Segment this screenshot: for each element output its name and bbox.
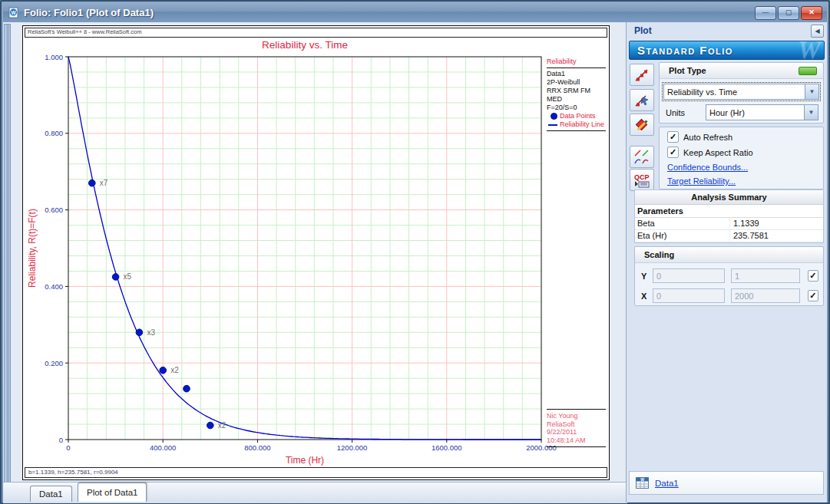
y-tick-label: 0 (59, 436, 63, 444)
x-tick-label: 1600.000 (432, 443, 462, 452)
check-icon: ✓ (809, 271, 816, 280)
data-points-marker-icon (551, 113, 557, 120)
close-button[interactable]: ✕ (801, 6, 822, 20)
units-label: Units (666, 108, 706, 117)
maximize-button[interactable]: ▢ (778, 6, 799, 20)
folio-window-icon: W (8, 7, 19, 18)
x-max-input[interactable] (731, 288, 800, 303)
data-point (89, 180, 96, 186)
parameter-name: Beta (635, 218, 730, 229)
signature-name: Nic Young (547, 412, 606, 420)
plot-type-legend-icon (799, 67, 817, 75)
parameter-value: 1.1339 (730, 218, 823, 229)
close-icon: ✕ (809, 9, 815, 16)
svg-text:W: W (11, 10, 16, 15)
point-edit-icon-button[interactable] (630, 89, 654, 111)
svg-text:QCP: QCP (634, 173, 650, 181)
y-tick-label: 0.400 (45, 282, 63, 291)
y-tick-label: 0.200 (45, 359, 63, 367)
data-point-label: x3 (147, 328, 155, 337)
panel-collapse-button[interactable]: ◀ (811, 25, 824, 38)
parameters-label: Parameters (635, 205, 823, 218)
y-axis-title: Reliability, R(t)=F(t) (27, 209, 38, 288)
rs-draw-icon-button[interactable] (630, 114, 654, 136)
plot-type-select[interactable]: Reliability vs. Time ▼ (663, 84, 819, 100)
legend-line: 2P-Weibull (547, 78, 606, 87)
legend-line: RRX SRM FM MED (547, 87, 606, 104)
target-reliability-link[interactable]: Target Reliability... (667, 176, 823, 186)
reliability-vs-time-plot: 0400.000800.0001200.0001600.0002000.0000… (23, 26, 607, 478)
data1-sheet-link[interactable]: Data1 (655, 479, 679, 488)
signature-time: 10:48:14 AM (547, 436, 606, 445)
legend-title: Reliability (547, 58, 606, 66)
plot-sheet: ReliaSoft's Weibull++ 8 - www.ReliaSoft.… (22, 25, 610, 480)
x-tick-label: 400.000 (150, 443, 176, 452)
legend-reliability-line: Reliability Line (547, 120, 606, 129)
check-icon: ✓ (809, 291, 816, 300)
folio-window: W Folio: Folio1 (Plot of Data1) — ▢ ✕ Re… (0, 0, 830, 504)
x-tick-label: 1200.000 (337, 443, 368, 452)
data-point (184, 385, 190, 392)
left-splitter-bar[interactable] (4, 24, 11, 499)
data-point (207, 422, 214, 429)
scatter-line-icon (634, 68, 650, 83)
units-select[interactable]: Hour (Hr) ▼ (706, 104, 818, 120)
legend-line: F=20/S=0 (547, 104, 606, 112)
tab-plot-of-data1[interactable]: Plot of Data1 (78, 483, 147, 502)
legend-separator (547, 68, 606, 68)
plot-options-group: ✓ Auto Refresh ✓ Keep Aspect Ratio Confi… (659, 127, 824, 189)
dropdown-arrow-icon[interactable]: ▼ (804, 105, 818, 120)
parameter-row: Eta (Hr) 235.7581 (635, 230, 823, 242)
confidence-bounds-link[interactable]: Confidence Bounds... (667, 163, 823, 172)
x-autoscale-checkbox[interactable]: ✓ (808, 290, 818, 301)
y-axis-label: Y (641, 272, 653, 281)
y-autoscale-checkbox[interactable]: ✓ (808, 270, 818, 282)
y-min-input[interactable] (653, 268, 725, 283)
svg-text:W: W (640, 477, 644, 482)
minimize-button[interactable]: — (755, 6, 776, 20)
tab-data1[interactable]: Data1 (30, 486, 72, 502)
check-icon: ✓ (670, 132, 676, 141)
chart-area: 0400.000800.0001200.0001600.0002000.0000… (23, 26, 607, 478)
check-icon: ✓ (670, 147, 676, 156)
legend-separator (547, 130, 606, 131)
x-scaling-row: X ✓ (641, 288, 818, 303)
dropdown-arrow-icon[interactable]: ▼ (805, 84, 818, 99)
y-scaling-row: Y ✓ (641, 268, 818, 283)
signature-company: ReliaSoft (547, 420, 606, 429)
data-point-label: x2 (170, 366, 179, 374)
data-point (112, 274, 119, 281)
data-point (160, 367, 167, 374)
line-styles-icon-button[interactable] (630, 146, 654, 168)
qcp-icon-button[interactable]: QCP (630, 169, 654, 191)
folio-sheet-icon: W (636, 477, 649, 489)
x-axis-title: Time (Hr) (286, 455, 324, 466)
plot-parameters-footnote: b=1.1339, h=235.7581, r=0.9904 (25, 467, 607, 478)
keep-aspect-checkbox[interactable]: ✓ (667, 147, 679, 158)
x-min-input[interactable] (653, 288, 725, 303)
legend-data-points: Data Points (547, 112, 606, 120)
legend-line: Data1 (547, 70, 606, 78)
parameter-name: Eta (Hr) (635, 230, 730, 242)
y-max-input[interactable] (731, 268, 800, 283)
quick-calculation-pad-icon: QCP (633, 172, 651, 189)
window-title: Folio: Folio1 (Plot of Data1) (24, 7, 154, 18)
auto-refresh-checkbox[interactable]: ✓ (667, 131, 679, 143)
plot-type-group: Plot Type Reliability vs. Time ▼ Units H… (659, 62, 824, 124)
reliability-line (68, 57, 541, 440)
x-axis-label: X (641, 292, 653, 301)
analysis-summary-header: Analysis Summary (635, 190, 823, 205)
plot-type-icon-button[interactable] (630, 64, 654, 86)
panel-title: Plot (634, 25, 652, 36)
reliasoft-watermark: ReliaSoft's Weibull++ 8 - www.ReliaSoft.… (25, 28, 607, 38)
weibull-watermark-icon: W (798, 41, 821, 60)
reliability-line-sample-icon (548, 124, 557, 126)
data-point-label: x5 (124, 272, 132, 281)
collapse-icon: ◀ (815, 28, 819, 35)
minimize-icon: — (762, 9, 769, 16)
scaling-group-header: Scaling (635, 247, 823, 263)
y-tick-label: 0.800 (45, 129, 63, 137)
x-tick-label: 800.000 (244, 443, 270, 452)
parameter-row: Beta 1.1339 (635, 218, 823, 230)
title-bar: W Folio: Folio1 (Plot of Data1) — ▢ ✕ (3, 3, 827, 22)
